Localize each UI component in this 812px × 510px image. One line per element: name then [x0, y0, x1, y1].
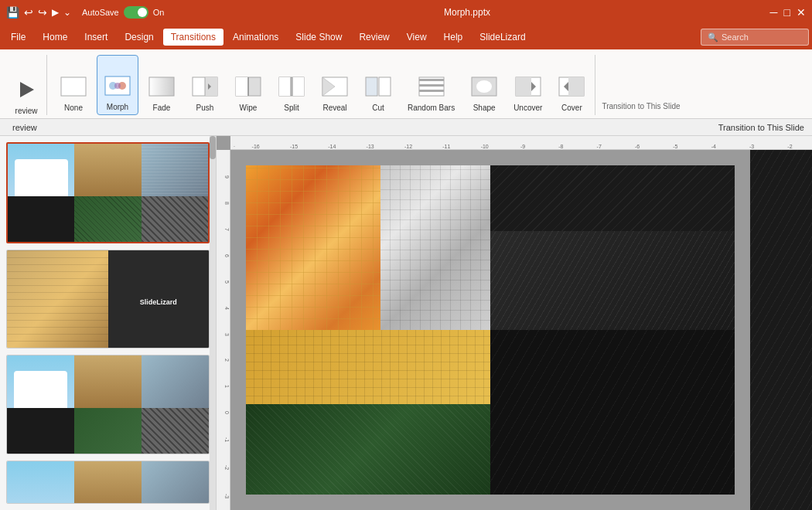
svg-rect-26	[419, 90, 444, 92]
menu-file[interactable]: File	[3, 29, 33, 46]
thumb-cell-3-dark	[7, 408, 74, 454]
menu-animations[interactable]: Animations	[225, 29, 286, 46]
transition-uncover[interactable]: Uncover	[507, 55, 548, 115]
thumb-cell-cloud	[142, 144, 208, 196]
transition-random-bars[interactable]: Random Bars	[401, 55, 461, 115]
slide-image-building-lower	[246, 330, 490, 495]
transition-cover[interactable]: Cover	[551, 55, 592, 115]
search-placeholder: Search	[722, 32, 749, 42]
thumb-grid-3	[7, 355, 209, 454]
menu-view[interactable]: View	[399, 29, 435, 46]
ribbon-section-label: Transition to This Slide	[595, 55, 686, 115]
slide-thumbnail-4[interactable]	[6, 461, 210, 504]
svg-point-5	[114, 83, 121, 89]
transition-label: Transition to This Slide	[718, 123, 804, 132]
slide-image-bottom-right	[490, 330, 735, 495]
redo-icon[interactable]: ↪	[38, 6, 47, 19]
transition-cut[interactable]: Cut	[358, 55, 398, 115]
main-area: SlideLizard	[0, 136, 812, 510]
thumb-cell-sky	[8, 144, 74, 196]
svg-point-28	[476, 80, 492, 93]
svg-rect-12	[236, 77, 248, 96]
present-icon[interactable]: ▶	[52, 7, 59, 18]
menu-home[interactable]: Home	[35, 29, 75, 46]
uncover-label: Uncover	[513, 104, 542, 112]
ribbon: review None Morph Fade	[0, 49, 812, 119]
menu-design[interactable]: Design	[117, 29, 161, 46]
preview-label: review	[15, 107, 38, 115]
thumb-cell-3-cloud	[142, 355, 209, 408]
ruler-left: 9 8 7 6 5 4 3 2 1 0 -1 -2 -3	[217, 150, 230, 510]
push-label: Push	[196, 104, 214, 112]
transition-wipe[interactable]: Wipe	[228, 55, 268, 115]
menu-transitions[interactable]: Transitions	[163, 29, 223, 46]
thumb-cell-stripe	[142, 196, 208, 243]
fade-label: Fade	[153, 104, 171, 112]
transition-morph[interactable]: Morph	[97, 55, 138, 115]
preview-button[interactable]: review	[8, 121, 42, 134]
menu-review[interactable]: Review	[351, 29, 397, 46]
transition-reveal[interactable]: Reveal	[315, 55, 355, 115]
svg-rect-6	[149, 77, 174, 96]
svg-rect-24	[419, 79, 444, 81]
slide-thumb-inner-3	[7, 355, 209, 454]
wipe-label: Wipe	[240, 104, 258, 112]
thumb-cell-3-sand	[74, 355, 142, 408]
transition-none[interactable]: None	[53, 55, 94, 115]
reveal-icon	[321, 73, 349, 100]
thumb-grid-1	[8, 144, 208, 243]
shape-icon	[470, 73, 498, 100]
thumb-cell-dark	[8, 196, 74, 243]
slide-thumbnail-1[interactable]	[6, 142, 210, 243]
menu-insert[interactable]: Insert	[77, 29, 115, 46]
none-label: None	[64, 104, 83, 112]
cut-label: Cut	[372, 104, 384, 112]
close-icon[interactable]: ✕	[797, 6, 806, 19]
slide-thumbnail-2[interactable]: SlideLizard	[6, 250, 210, 349]
cover-label: Cover	[561, 104, 582, 112]
title-bar-right: ─ □ ✕	[770, 6, 806, 19]
svg-marker-0	[20, 82, 34, 97]
random-bars-label: Random Bars	[408, 104, 455, 112]
search-box[interactable]: 🔍 Search	[701, 29, 809, 46]
thumb-cell-4-sky	[7, 461, 74, 504]
autosave-toggle[interactable]	[124, 6, 148, 19]
more-icon[interactable]: ⌄	[63, 7, 71, 18]
autosave-label: AutoSave	[82, 8, 119, 17]
fade-icon	[148, 73, 176, 100]
slide-image-dark-building	[490, 165, 735, 330]
search-icon: 🔍	[708, 32, 718, 42]
scroll-thumb[interactable]	[210, 136, 216, 159]
title-bar-left: 💾 ↩ ↪ ▶ ⌄ AutoSave On	[6, 6, 164, 19]
slide-thumbnail-3[interactable]	[6, 355, 210, 454]
slidelizard-label: SlideLizard	[140, 298, 177, 306]
ruler-top: · -16 -15 -14 -13 -12 -11 -10 -9 -8 -7 -…	[230, 136, 812, 150]
svg-rect-22	[379, 77, 391, 96]
slide-scrollbar[interactable]	[210, 136, 216, 510]
menu-slideshow[interactable]: Slide Show	[288, 29, 350, 46]
undo-icon[interactable]: ↩	[24, 6, 33, 19]
svg-rect-21	[366, 77, 377, 96]
minimize-icon[interactable]: ─	[770, 6, 778, 19]
random-bars-icon	[418, 73, 445, 100]
menu-slidelizard[interactable]: SlideLizard	[472, 29, 533, 46]
transition-shape[interactable]: Shape	[464, 55, 504, 115]
wipe-icon	[234, 73, 262, 100]
split-label: Split	[284, 104, 299, 112]
slide-thumb-inner-2: SlideLizard	[7, 250, 209, 349]
file-name: Morph.pptx	[444, 7, 490, 18]
transition-push[interactable]: Push	[185, 55, 225, 115]
maximize-icon[interactable]: □	[784, 6, 790, 19]
save-icon[interactable]: 💾	[6, 6, 19, 19]
slide-canvas	[230, 150, 812, 510]
menu-bar-right: 🔍 Search	[701, 29, 809, 46]
transition-fade[interactable]: Fade	[142, 55, 182, 115]
thumb-cell-green	[74, 196, 141, 243]
transition-split[interactable]: Split	[271, 55, 312, 115]
thumb-cell-3-sky	[7, 355, 74, 408]
preview-bar: review Transition to This Slide	[0, 119, 812, 136]
menu-help[interactable]: Help	[436, 29, 471, 46]
thumb-cell-4-cloud	[142, 461, 209, 504]
slide-image-building	[246, 165, 490, 330]
svg-rect-1	[61, 77, 86, 96]
